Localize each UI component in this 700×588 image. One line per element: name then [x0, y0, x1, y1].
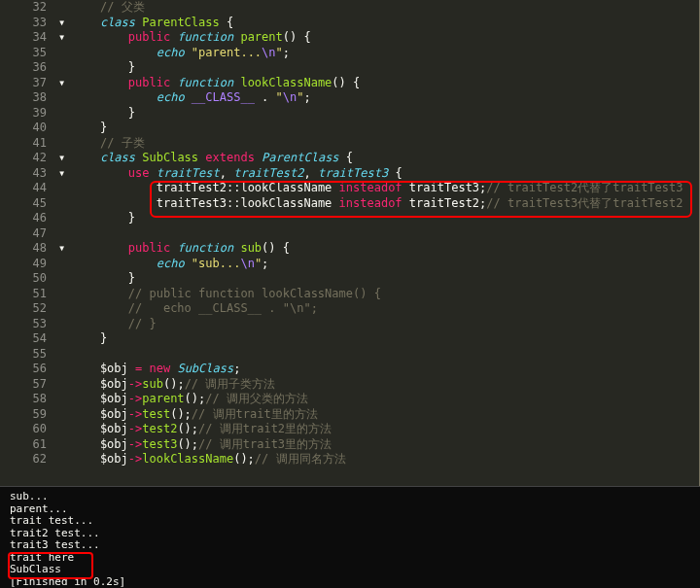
fold-marker[interactable]: ▾ — [58, 76, 70, 91]
code-line[interactable]: 36 } — [0, 60, 699, 76]
code-content[interactable] — [70, 347, 699, 363]
code-content[interactable]: } — [70, 106, 699, 121]
line-number: 45 — [0, 196, 58, 212]
output-line: [Finished in 0.2s] — [10, 576, 690, 589]
code-line[interactable]: 61 $obj->test3();// 调用trait3里的方法 — [0, 437, 699, 453]
code-line[interactable]: 55 — [0, 347, 699, 363]
fold-marker — [58, 136, 70, 152]
code-content[interactable]: // } — [70, 317, 699, 332]
code-line[interactable]: 49 echo "sub...\n"; — [0, 257, 699, 272]
code-line[interactable]: 51 // public function lookClassName() { — [0, 287, 699, 302]
code-content[interactable]: // 父类 — [70, 0, 699, 16]
code-content[interactable]: $obj->sub();// 调用子类方法 — [70, 377, 699, 393]
fold-marker — [58, 60, 70, 76]
code-line[interactable]: 47 — [0, 226, 699, 242]
code-content[interactable]: $obj->test2();// 调用trait2里的方法 — [70, 422, 699, 437]
code-content[interactable]: $obj->lookClassName();// 调用同名方法 — [70, 452, 699, 467]
code-line[interactable]: 33▾ class ParentClass { — [0, 16, 699, 31]
fold-marker — [58, 271, 70, 287]
fold-marker — [58, 211, 70, 226]
line-number: 40 — [0, 121, 58, 136]
fold-marker — [58, 452, 70, 467]
code-line[interactable]: 37▾ public function lookClassName() { — [0, 76, 699, 91]
code-line[interactable]: 60 $obj->test2();// 调用trait2里的方法 — [0, 422, 699, 437]
code-content[interactable]: class SubClass extends ParentClass { — [70, 151, 699, 166]
code-content[interactable]: traitTest2::lookClassName insteadof trai… — [70, 181, 699, 196]
code-content[interactable]: $obj->test3();// 调用trait3里的方法 — [70, 437, 699, 453]
code-content[interactable]: } — [70, 271, 699, 287]
fold-marker[interactable]: ▾ — [58, 166, 70, 182]
code-line[interactable]: 40 } — [0, 121, 699, 136]
code-content[interactable]: traitTest3::lookClassName insteadof trai… — [70, 196, 699, 212]
fold-marker — [58, 392, 70, 407]
fold-marker — [58, 331, 70, 347]
code-content[interactable]: echo __CLASS__ . "\n"; — [70, 90, 699, 106]
fold-marker[interactable]: ▾ — [58, 30, 70, 46]
line-number: 39 — [0, 106, 58, 121]
code-line[interactable]: 58 $obj->parent();// 调用父类的方法 — [0, 392, 699, 407]
code-line[interactable]: 62 $obj->lookClassName();// 调用同名方法 — [0, 452, 699, 467]
code-content[interactable]: } — [70, 121, 699, 136]
line-number: 32 — [0, 0, 58, 16]
code-line[interactable]: 56 $obj = new SubClass; — [0, 362, 699, 377]
code-content[interactable]: use traitTest, traitTest2, traitTest3 { — [70, 166, 699, 182]
code-content[interactable]: $obj = new SubClass; — [70, 362, 699, 377]
code-content[interactable]: public function sub() { — [70, 241, 699, 257]
code-line[interactable]: 57 $obj->sub();// 调用子类方法 — [0, 377, 699, 393]
code-content[interactable]: echo "parent...\n"; — [70, 46, 699, 61]
fold-marker — [58, 0, 70, 16]
code-line[interactable]: 34▾ public function parent() { — [0, 30, 699, 46]
code-line[interactable]: 54 } — [0, 331, 699, 347]
code-line[interactable]: 46 } — [0, 211, 699, 226]
code-line[interactable]: 45 traitTest3::lookClassName insteadof t… — [0, 196, 699, 212]
code-line[interactable]: 42▾ class SubClass extends ParentClass { — [0, 151, 699, 166]
code-content[interactable]: public function parent() { — [70, 30, 699, 46]
code-line[interactable]: 35 echo "parent...\n"; — [0, 46, 699, 61]
line-number: 41 — [0, 136, 58, 152]
fold-marker — [58, 377, 70, 393]
line-number: 62 — [0, 452, 58, 467]
code-content[interactable]: echo "sub...\n"; — [70, 257, 699, 272]
code-content[interactable]: } — [70, 331, 699, 347]
code-line[interactable]: 43▾ use traitTest, traitTest2, traitTest… — [0, 166, 699, 182]
fold-marker — [58, 347, 70, 363]
line-number: 61 — [0, 437, 58, 453]
code-line[interactable]: 53 // } — [0, 317, 699, 332]
code-line[interactable]: 44 traitTest2::lookClassName insteadof t… — [0, 181, 699, 196]
fold-marker — [58, 181, 70, 196]
code-content[interactable]: $obj->test();// 调用trait里的方法 — [70, 407, 699, 423]
code-content[interactable]: // 子类 — [70, 136, 699, 152]
code-line[interactable]: 52 // echo __CLASS__ . "\n"; — [0, 301, 699, 317]
code-content[interactable]: } — [70, 211, 699, 226]
output-line: trait3 test... — [10, 539, 690, 552]
code-line[interactable]: 38 echo __CLASS__ . "\n"; — [0, 90, 699, 106]
line-number: 58 — [0, 392, 58, 407]
line-number: 37 — [0, 76, 58, 91]
line-number: 56 — [0, 362, 58, 377]
code-line[interactable]: 50 } — [0, 271, 699, 287]
fold-marker — [58, 196, 70, 212]
code-content[interactable]: // echo __CLASS__ . "\n"; — [70, 301, 699, 317]
fold-marker[interactable]: ▾ — [58, 241, 70, 257]
fold-marker — [58, 226, 70, 242]
code-line[interactable]: 39 } — [0, 106, 699, 121]
code-editor[interactable]: 32 // 父类33▾ class ParentClass {34▾ publi… — [0, 0, 700, 486]
code-line[interactable]: 48▾ public function sub() { — [0, 241, 699, 257]
code-line[interactable]: 59 $obj->test();// 调用trait里的方法 — [0, 407, 699, 423]
code-line[interactable]: 32 // 父类 — [0, 0, 699, 16]
code-content[interactable] — [70, 226, 699, 242]
code-content[interactable]: class ParentClass { — [70, 16, 699, 31]
code-content[interactable]: $obj->parent();// 调用父类的方法 — [70, 392, 699, 407]
fold-marker[interactable]: ▾ — [58, 16, 70, 31]
build-output-panel[interactable]: sub...parent...trait test...trait2 test.… — [0, 486, 700, 588]
fold-marker — [58, 437, 70, 453]
code-line[interactable]: 41 // 子类 — [0, 136, 699, 152]
fold-marker — [58, 257, 70, 272]
output-line: trait test... — [10, 515, 690, 528]
fold-marker — [58, 407, 70, 423]
fold-marker[interactable]: ▾ — [58, 151, 70, 166]
code-content[interactable]: // public function lookClassName() { — [70, 287, 699, 302]
code-content[interactable]: public function lookClassName() { — [70, 76, 699, 91]
code-content[interactable]: } — [70, 60, 699, 76]
fold-marker — [58, 317, 70, 332]
